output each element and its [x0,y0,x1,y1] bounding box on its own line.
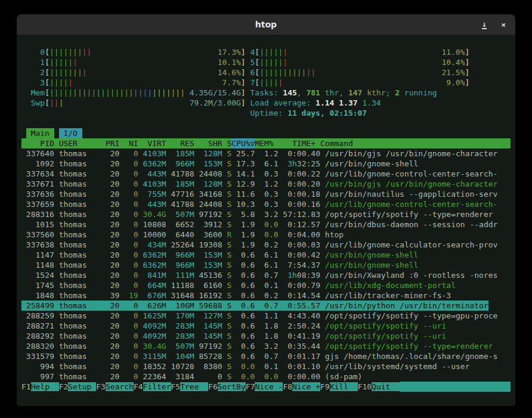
process-row[interactable]: 288292 thomas 20 0 4092M 283M 145M S 0.6… [21,331,511,341]
command-cell: /usr/bin/dbus-daemon --session --addr [325,219,498,230]
meter-pipes: ||||| [50,78,73,88]
fn-key-label: F1 [21,382,31,391]
meter-line: 3[|||||7.7%] 7[|||||9.0%] [21,78,511,88]
column-header-time+[interactable]: TIME+ [279,138,316,148]
meter-bracket: [ [255,67,259,78]
process-row[interactable]: 258499 thomas 20 0 626M 106M 59688 S 0.6… [21,301,511,311]
meter-bracket: [ [45,88,50,98]
command-cell: /usr/lib/gnome-control-center-search- [325,199,498,209]
command-cell: (sd-pam) [325,371,363,382]
time-cell: 3h32:25 [279,159,320,169]
process-row[interactable]: 337640 thomas 20 0 4103M 185M 128M S 25.… [21,148,511,159]
process-row[interactable]: 331579 thomas 20 0 3115M 104M 85728 S 0.… [21,351,511,361]
command-cell: gjs /home/thomas/.local/share/gnome-s [325,351,498,361]
process-row[interactable]: 1848 thomas 39 19 676M 31648 16192 S 0.6… [21,290,511,301]
tasks-summary: Tasks: 145, 781 thr, 147 kthr; 2 running [250,88,437,98]
process-row[interactable]: 1148 thomas 20 0 6362M 966M 153M S 0.6 6… [21,260,511,270]
process-row[interactable]: 337659 thomas 20 0 443M 41788 24408 S 10… [21,199,511,209]
terminal-window: htop ↓ × 0[|||||||||17.3%] 4[||||||11.0%… [17,14,515,406]
cpu-meter-6: 6[||||||||||||21.5%] [250,67,470,78]
meter-segment-red: | [283,48,287,57]
column-header-res[interactable]: RES [166,138,194,148]
meter-bracket: [ [255,78,259,88]
process-row[interactable]: 1147 thomas 20 0 6362M 966M 153M S 0.6 6… [21,250,511,260]
command-cell: /opt/spotify/spotify --type=renderer [325,209,493,219]
column-header-cpu%▽[interactable]: CPU%▽ [231,138,255,148]
column-header-user[interactable]: USER [59,138,106,148]
process-row[interactable]: 337560 thomas 20 0 10000 6440 3600 R 1.9… [21,230,511,240]
fn-f5-button[interactable]: F5Tree [171,382,209,392]
process-row[interactable]: 1524 thomas 20 0 841M 111M 45136 S 0.6 0… [21,270,511,280]
column-header-command[interactable]: Command [316,138,353,148]
meter-line: Uptime: 11 days, 02:15:07 [21,108,511,118]
column-header-shr[interactable]: SHR [194,138,222,148]
fn-f2-button[interactable]: F2Setup [59,382,97,392]
meter-segment-green: ||||| [259,58,283,67]
meter-line: 0[|||||||||17.3%] 4[||||||11.0%] [21,47,511,57]
command-cell: /opt/spotify/spotify --type=gpu-proce [325,311,498,321]
process-row[interactable]: 337636 thomas 20 0 755M 47716 34168 S 11… [21,189,511,199]
table-header-row: PID USER PRI NI VIRT RES SHR SCPU%▽MEM% … [21,138,511,148]
command-cell: /usr/lib/gnome-control-center-search- [325,169,498,179]
process-row[interactable]: 288316 thomas 20 0 30.4G 507M 97192 S 5.… [21,209,511,219]
meter-segment-green: |||| [259,78,278,87]
titlebar[interactable]: htop ↓ × [17,14,515,35]
fn-f8-button[interactable]: F8Nice + [283,382,320,392]
process-row[interactable]: 994 thomas 20 0 18352 10728 8380 S 0.0 0… [21,361,511,371]
process-row[interactable]: 337638 thomas 20 0 434M 25264 19308 S 1.… [21,240,511,250]
meter-label: 7 [250,78,255,88]
meter-line: 1[||||||10.1%] 5[||||||10.4%] [21,57,511,67]
fn-f7-button[interactable]: F7Nice - [246,382,283,392]
column-header-ni[interactable]: NI [119,138,138,148]
meter-value: 10.4% [441,57,465,67]
fn-f1-button[interactable]: F1Help [21,382,59,392]
fn-f9-button[interactable]: F9Kill [320,382,358,392]
cpu-meter-4: 4[||||||11.0%] [250,47,470,57]
command-cell: /usr/lib/gnome-calculator-search-prov [325,240,498,250]
tab-io[interactable]: I/O [59,128,82,138]
meter-label: Mem [21,88,45,98]
meter-segment-blue: |||| [134,88,152,97]
process-row[interactable]: 1092 thomas 20 0 6362M 966M 153M S 17.3 … [21,159,511,169]
meter-value: 79.2M/3.00G [190,98,241,108]
process-row[interactable]: 288259 thomas 20 0 1625M 170M 127M S 0.6… [21,311,511,321]
process-row[interactable]: 288271 thomas 20 0 4092M 283M 145M S 0.6… [21,321,511,331]
column-header-virt[interactable]: VIRT [138,138,166,148]
process-row[interactable]: 1015 thomas 20 0 10808 6652 3912 S 1.9 0… [21,219,511,230]
fn-action-label: Nice - [255,382,283,391]
meter-bracket: ] [241,78,246,88]
meter-label: Swp [21,98,45,108]
column-header-s[interactable]: S [222,138,232,148]
meter-bracket: ] [241,47,246,57]
meter-bar: |||||||||17.3% [50,47,241,57]
process-row[interactable]: 1745 thomas 20 0 664M 11188 6160 S 0.6 0… [21,280,511,290]
meter-bar: ||||||11.0% [259,47,465,57]
meters-section: 0[|||||||||17.3%] 4[||||||11.0%] 1[|||||… [21,47,511,118]
meter-pipes: |||||| [259,47,287,57]
fn-f10-button[interactable]: F10Quit [358,382,400,392]
meter-label: 6 [250,67,255,78]
fn-bar-filler [400,382,511,392]
meter-bracket: [ [45,67,50,78]
tab-main[interactable]: Main [26,128,54,138]
column-header-pri[interactable]: PRI [106,138,119,148]
column-header-pid[interactable]: PID [21,138,59,148]
fn-f6-button[interactable]: F6SortBy [208,382,246,392]
process-row[interactable]: 288320 thomas 20 0 30.4G 507M 97192 S 0.… [21,341,511,351]
process-row[interactable]: 337671 thomas 20 0 4103M 185M 128M S 12.… [21,179,511,189]
column-header-mem%[interactable]: MEM% [255,138,278,148]
load-average: Load average: 1.14 1.37 1.34 [250,98,381,108]
close-icon[interactable]: × [501,21,506,29]
process-row[interactable]: 997 thomas 20 0 22364 3184 0 S 0.0 0.0 0… [21,371,511,382]
fn-f4-button[interactable]: F4Filter [134,382,171,392]
meter-segment-green: ||||| [50,58,73,67]
command-cell: htop [325,230,344,240]
command-cell: /usr/bin/gnome-shell [325,250,419,260]
process-row[interactable]: 337634 thomas 20 0 443M 41788 24408 S 14… [21,169,511,179]
restore-icon[interactable]: ↓ [482,20,487,29]
memory-meter: Mem[|||||||||||||||||||||||||||||4.35G/1… [21,88,246,98]
command-cell: /usr/lib/xdg-document-portal [325,280,456,290]
fn-key-label: F8 [283,382,292,391]
meter-bar: |||79.2M/3.00G [50,98,241,108]
fn-f3-button[interactable]: F3Search [96,382,134,392]
